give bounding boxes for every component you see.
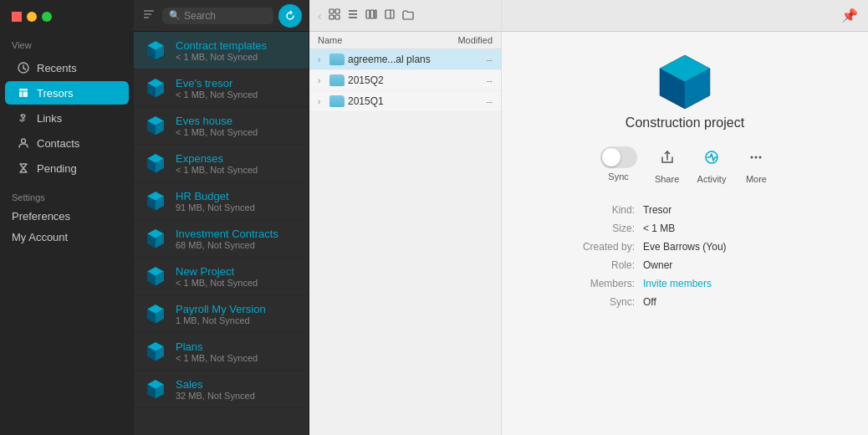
file-row-modified: -- bbox=[442, 54, 493, 64]
file-row[interactable]: › 2015Q2 -- bbox=[309, 70, 501, 91]
pin-icon[interactable]: 📌 bbox=[841, 8, 858, 23]
sync-info-value: Off bbox=[643, 296, 656, 308]
file-rows: › agreeme...al plans -- › 2015Q2 -- › 20… bbox=[309, 49, 501, 112]
file-row-name: 2015Q2 bbox=[348, 74, 439, 86]
list-item-meta: 91 MB, Not Synced bbox=[176, 202, 255, 212]
sync-info-label: Sync: bbox=[559, 296, 635, 308]
file-list-header: Name Modified bbox=[309, 32, 501, 49]
sidebar-view-label: View bbox=[0, 30, 134, 55]
file-row[interactable]: › 2015Q1 -- bbox=[309, 91, 501, 112]
tresor-items: Contract templates < 1 MB, Not Synced Ev… bbox=[134, 32, 309, 435]
list-item[interactable]: Payroll My Version 1 MB, Not Synced bbox=[134, 295, 309, 333]
sidebar-item-recents[interactable]: Recents bbox=[5, 56, 129, 79]
list-item-meta: 68 MB, Not Synced bbox=[176, 240, 278, 250]
chevron-icon: › bbox=[318, 76, 326, 85]
list-item-info: HR Budget 91 MB, Not Synced bbox=[176, 190, 255, 212]
sidebar-item-my-account[interactable]: My Account bbox=[0, 227, 134, 248]
search-input[interactable] bbox=[184, 10, 267, 22]
size-label: Size: bbox=[559, 223, 635, 234]
file-browser-empty-area bbox=[309, 112, 501, 435]
detail-row-sync: Sync: Off bbox=[559, 293, 810, 311]
file-row-name: agreeme...al plans bbox=[348, 54, 439, 65]
list-item-info: Investment Contracts 68 MB, Not Synced bbox=[176, 228, 278, 250]
file-row-modified: -- bbox=[442, 96, 493, 106]
activity-action-label: Activity bbox=[697, 174, 727, 184]
activity-action[interactable]: Activity bbox=[697, 144, 727, 184]
kind-label: Kind: bbox=[559, 204, 635, 216]
box-icon bbox=[17, 86, 30, 100]
view-columns-icon[interactable] bbox=[365, 8, 377, 23]
list-item-meta: < 1 MB, Not Synced bbox=[176, 52, 267, 62]
svg-rect-51 bbox=[335, 9, 340, 13]
column-name: Name bbox=[318, 35, 442, 45]
svg-point-6 bbox=[22, 139, 26, 143]
preview-icon[interactable] bbox=[384, 8, 396, 23]
members-value[interactable]: Invite members bbox=[643, 278, 712, 289]
tresor-icon bbox=[144, 377, 167, 401]
sidebar-item-preferences[interactable]: Preferences bbox=[0, 206, 134, 227]
list-item[interactable]: Investment Contracts 68 MB, Not Synced bbox=[134, 220, 309, 258]
tresor-icon bbox=[144, 227, 167, 250]
list-item-info: Contract templates < 1 MB, Not Synced bbox=[176, 39, 267, 62]
list-item-name: Payroll My Version bbox=[176, 303, 266, 315]
detail-panel: 📌 Construction project Sync bbox=[502, 0, 868, 435]
activity-icon bbox=[698, 144, 725, 171]
file-row-modified: -- bbox=[442, 75, 493, 85]
svg-rect-57 bbox=[366, 10, 370, 18]
search-box[interactable]: 🔍 bbox=[162, 8, 273, 24]
chevron-icon: › bbox=[318, 55, 326, 64]
list-item-name: New Project bbox=[176, 265, 258, 278]
share-action[interactable]: Share bbox=[654, 144, 681, 184]
list-item-meta: < 1 MB, Not Synced bbox=[176, 278, 258, 288]
sidebar-item-links[interactable]: Links bbox=[5, 106, 129, 130]
sync-action-label: Sync bbox=[608, 171, 628, 182]
list-item[interactable]: Plans < 1 MB, Not Synced bbox=[134, 333, 309, 371]
view-list-icon[interactable] bbox=[347, 8, 359, 23]
link-icon bbox=[17, 111, 30, 125]
tresor-icon bbox=[144, 114, 167, 137]
list-item[interactable]: New Project < 1 MB, Not Synced bbox=[134, 258, 309, 295]
more-action[interactable]: More bbox=[743, 144, 769, 184]
kind-value: Tresor bbox=[643, 204, 671, 216]
members-label: Members: bbox=[559, 278, 635, 289]
file-row-name: 2015Q1 bbox=[348, 95, 439, 107]
list-item[interactable]: HR Budget 91 MB, Not Synced bbox=[134, 182, 309, 220]
list-item-meta: 32 MB, Not Synced bbox=[176, 391, 255, 401]
sort-icon[interactable] bbox=[140, 7, 157, 24]
view-grid-icon[interactable] bbox=[329, 8, 340, 23]
tresor-icon bbox=[144, 302, 167, 325]
list-item-info: Expenses < 1 MB, Not Synced bbox=[176, 152, 258, 175]
preferences-label: Preferences bbox=[12, 210, 70, 223]
back-icon[interactable]: ‹ bbox=[318, 9, 322, 23]
list-item-info: Plans < 1 MB, Not Synced bbox=[176, 340, 258, 363]
search-icon: 🔍 bbox=[169, 10, 181, 21]
list-item[interactable]: Expenses < 1 MB, Not Synced bbox=[134, 145, 309, 182]
tresor-icon bbox=[144, 189, 167, 212]
list-item-info: New Project < 1 MB, Not Synced bbox=[176, 265, 258, 288]
list-item[interactable]: Eve's tresor < 1 MB, Not Synced bbox=[134, 69, 309, 107]
svg-rect-59 bbox=[375, 10, 376, 18]
sidebar-item-contacts[interactable]: Contacts bbox=[5, 131, 129, 155]
sync-action[interactable]: Sync bbox=[600, 146, 637, 182]
file-browser: ‹ Name Modified › agreeme...al plans -- … bbox=[309, 0, 502, 435]
list-item-meta: 1 MB, Not Synced bbox=[176, 315, 266, 325]
folder-icon bbox=[329, 54, 345, 65]
more-action-label: More bbox=[746, 174, 767, 184]
list-item[interactable]: Eves house < 1 MB, Not Synced bbox=[134, 107, 309, 145]
sidebar-item-tresors[interactable]: Tresors bbox=[5, 81, 129, 105]
column-modified: Modified bbox=[442, 35, 493, 45]
sidebar-item-pending[interactable]: Pending bbox=[5, 156, 129, 180]
list-item[interactable]: Contract templates < 1 MB, Not Synced bbox=[134, 32, 309, 69]
file-row[interactable]: › agreeme...al plans -- bbox=[309, 49, 501, 70]
recents-label: Recents bbox=[37, 62, 77, 74]
list-item-name: Investment Contracts bbox=[176, 228, 278, 240]
detail-toolbar: 📌 bbox=[502, 0, 868, 32]
list-item-meta: < 1 MB, Not Synced bbox=[176, 165, 258, 175]
project-title: Construction project bbox=[625, 115, 744, 130]
share-action-label: Share bbox=[655, 174, 679, 184]
list-item[interactable]: Sales 32 MB, Not Synced bbox=[134, 371, 309, 408]
list-item-info: Eve's tresor < 1 MB, Not Synced bbox=[176, 77, 258, 100]
sync-button[interactable] bbox=[278, 4, 302, 28]
folder-icon[interactable] bbox=[402, 9, 414, 23]
sync-toggle[interactable] bbox=[600, 146, 637, 168]
